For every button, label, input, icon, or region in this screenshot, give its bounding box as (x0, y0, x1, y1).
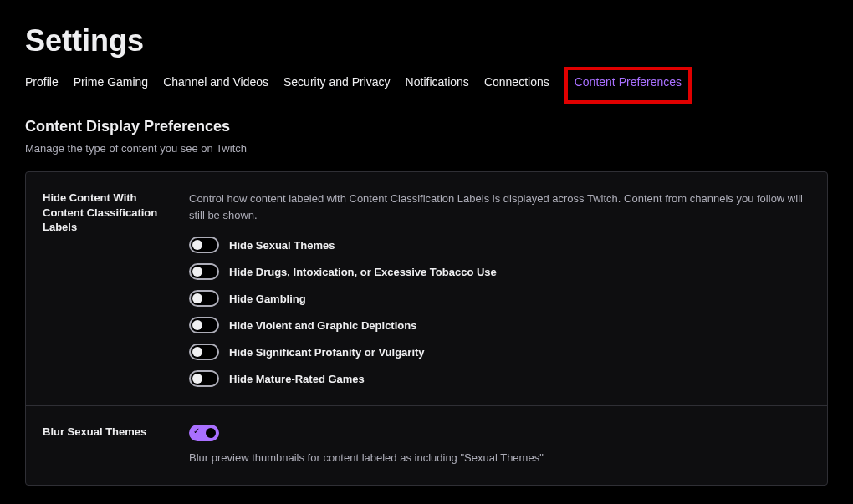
blur-row: Blur Sexual Themes ✓ Blur preview thumbn… (26, 405, 827, 485)
toggle-item-drugs: Hide Drugs, Intoxication, or Excessive T… (189, 263, 810, 280)
toggle-hide-gambling[interactable] (189, 290, 219, 307)
toggle-item-sexual-themes: Hide Sexual Themes (189, 237, 810, 253)
toggle-hide-drugs[interactable] (189, 263, 219, 280)
blur-label: Blur Sexual Themes (43, 425, 189, 466)
toggle-item-violent: Hide Violent and Graphic Depictions (189, 317, 810, 333)
settings-tabs: Profile Prime Gaming Channel and Videos … (25, 75, 828, 94)
toggle-label: Hide Drugs, Intoxication, or Excessive T… (229, 266, 497, 278)
page-title: Settings (25, 23, 828, 59)
toggle-item-profanity: Hide Significant Profanity or Vulgarity (189, 344, 810, 360)
ccl-label: Hide Content With Content Classification… (43, 191, 189, 387)
toggle-label: Hide Significant Profanity or Vulgarity (229, 346, 425, 359)
section-title: Content Display Preferences (25, 118, 828, 135)
tab-prime-gaming[interactable]: Prime Gaming (74, 75, 148, 89)
toggle-item-mature-games: Hide Mature-Rated Games (189, 370, 810, 387)
blur-description: Blur preview thumbnails for content labe… (189, 450, 810, 466)
toggle-label: Hide Violent and Graphic Depictions (229, 319, 416, 332)
toggle-label: Hide Sexual Themes (229, 239, 335, 252)
toggle-hide-mature-games[interactable] (189, 370, 219, 387)
check-icon: ✓ (193, 427, 200, 435)
tab-content-preferences[interactable]: Content Preferences (575, 75, 682, 89)
tab-security-privacy[interactable]: Security and Privacy (283, 75, 391, 89)
ccl-description: Control how content labeled with Content… (189, 191, 810, 223)
highlight-box: Content Preferences (564, 67, 692, 104)
ccl-row: Hide Content With Content Classification… (26, 172, 827, 405)
toggle-item-gambling: Hide Gambling (189, 290, 810, 307)
toggle-hide-sexual-themes[interactable] (189, 237, 219, 253)
tab-profile[interactable]: Profile (25, 75, 59, 89)
tab-notifications[interactable]: Notifications (406, 75, 469, 89)
tab-connections[interactable]: Connections (484, 75, 549, 89)
toggle-hide-violent[interactable] (189, 317, 219, 333)
toggle-hide-profanity[interactable] (189, 344, 219, 360)
toggle-item-blur: ✓ (189, 425, 810, 441)
tab-channel-videos[interactable]: Channel and Videos (163, 75, 268, 89)
toggle-blur-sexual-themes[interactable]: ✓ (189, 425, 219, 441)
preferences-panel: Hide Content With Content Classification… (25, 171, 828, 486)
section-subtitle: Manage the type of content you see on Tw… (25, 142, 828, 155)
toggle-label: Hide Mature-Rated Games (229, 373, 365, 385)
ccl-toggle-list: Hide Sexual Themes Hide Drugs, Intoxicat… (189, 237, 810, 387)
toggle-label: Hide Gambling (229, 293, 306, 305)
